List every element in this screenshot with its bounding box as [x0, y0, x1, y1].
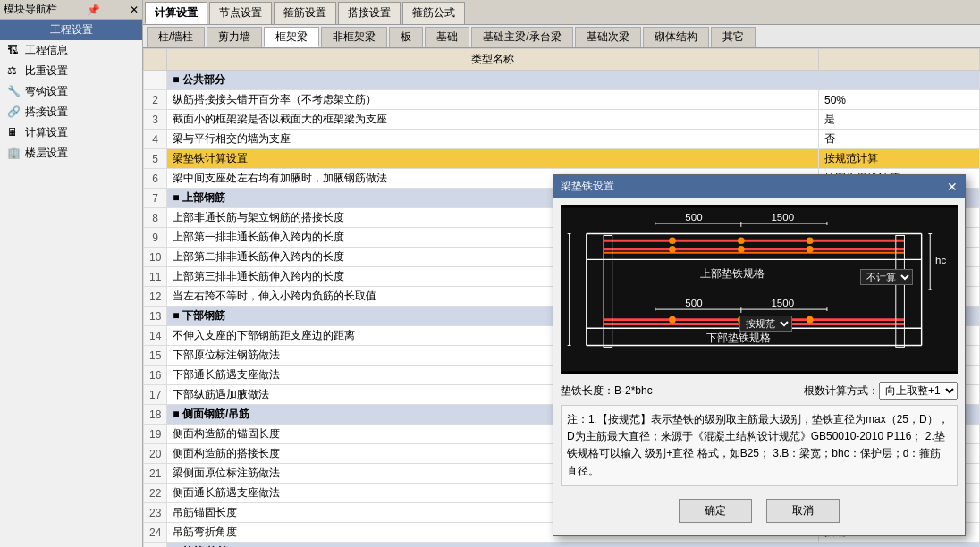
calc-method-label: 根数计算方式： — [804, 383, 879, 399]
svg-point-25 — [669, 316, 676, 324]
svg-point-24 — [807, 246, 814, 253]
tab-shear-wall[interactable]: 剪力墙 — [207, 27, 262, 47]
floor-icon: 🏢 — [7, 147, 21, 161]
tab-slab[interactable]: 板 — [389, 27, 423, 47]
sidebar-close-icon[interactable]: ✕ — [130, 4, 139, 16]
row-number — [144, 71, 167, 90]
row-number: 14 — [144, 326, 167, 346]
sidebar-item-hook[interactable]: 🔧 弯钩设置 — [0, 81, 142, 102]
sidebar-item-density[interactable]: ⚖ 比重设置 — [0, 61, 142, 81]
row-number: 11 — [144, 267, 167, 287]
row-label: 梁垫铁计算设置 — [167, 149, 819, 169]
row-number: 10 — [144, 248, 167, 267]
svg-point-21 — [807, 237, 814, 244]
svg-point-23 — [738, 246, 745, 253]
dialog-note: 注：1.【按规范】表示垫铁的级别取主筋最大级别，垫铁直径为max（25，D）， … — [561, 405, 958, 486]
row-number: 15 — [144, 346, 167, 366]
row-number: 16 — [144, 366, 167, 385]
weight-icon: ⚖ — [7, 64, 21, 79]
col-type-name: 类型名称 — [167, 49, 819, 71]
row-number: 5 — [144, 149, 167, 169]
sidebar-label-floor: 楼层设置 — [25, 146, 68, 161]
info-icon: 🏗 — [7, 44, 21, 58]
tab-stirrup-formula[interactable]: 箍筋公式 — [402, 2, 465, 24]
row-number: 7 — [144, 189, 167, 208]
row-number: 20 — [144, 444, 167, 464]
row-number: 6 — [144, 169, 167, 189]
beam-diagram: hc — [561, 205, 958, 374]
svg-text:下部垫铁规格: 下部垫铁规格 — [706, 332, 771, 343]
tab-stirrup-settings[interactable]: 箍筋设置 — [274, 2, 336, 24]
sidebar-header: 模块导航栏 📌 ✕ — [0, 0, 142, 20]
dialog-body: hc — [553, 198, 965, 535]
table-row[interactable]: 2纵筋搭接接头错开百分率（不考虑架立筋）50% — [144, 90, 980, 110]
tab-column-wall[interactable]: 柱/墙柱 — [147, 27, 205, 47]
row-number: 3 — [144, 110, 167, 130]
row-number: 8 — [144, 208, 167, 228]
row-value: 是 — [819, 110, 980, 130]
sidebar-header-label: 模块导航栏 — [4, 2, 57, 17]
sidebar-label-overlap: 搭接设置 — [25, 105, 68, 120]
table-row[interactable]: 4梁与平行相交的墙为支座否 — [144, 130, 980, 149]
svg-point-27 — [807, 316, 814, 324]
svg-rect-45 — [896, 235, 905, 347]
row-label: ■ 箍筋/拉筋 — [167, 543, 980, 548]
dialog-button-row: 确定 取消 — [561, 493, 958, 528]
sidebar-nav: 🏗 工程信息 ⚖ 比重设置 🔧 弯钩设置 🔗 搭接设置 🖩 计算设置 🏢 楼层设… — [0, 40, 142, 547]
sidebar: 模块导航栏 📌 ✕ 工程设置 🏗 工程信息 ⚖ 比重设置 🔧 弯钩设置 🔗 搭接… — [0, 0, 143, 547]
svg-rect-44 — [604, 235, 612, 347]
bottom-spec-select[interactable]: 按规范 不计算 — [739, 316, 792, 332]
calc-method-select[interactable]: 向上取整+1 向上取整 向下取整 — [879, 382, 958, 400]
sidebar-item-floor[interactable]: 🏢 楼层设置 — [0, 143, 142, 164]
row-value: 否 — [819, 130, 980, 149]
calc-icon: 🖩 — [7, 126, 21, 140]
table-row[interactable]: 5梁垫铁计算设置按规范计算 — [144, 149, 980, 169]
row-number: 13 — [144, 307, 167, 326]
row-number: 23 — [144, 503, 167, 523]
tab-foundation-secondary-beam[interactable]: 基础次梁 — [575, 27, 641, 47]
row-value: 按规范计算 — [819, 149, 980, 169]
row-number: 22 — [144, 484, 167, 503]
dialog-title: 梁垫铁设置 — [561, 179, 614, 194]
table-row: 25■ 箍筋/拉筋 — [144, 543, 980, 548]
tab-masonry[interactable]: 砌体结构 — [643, 27, 709, 47]
row-label: 梁与平行相交的墙为支座 — [167, 130, 819, 149]
row-value: 50% — [819, 90, 980, 110]
svg-text:hc: hc — [935, 255, 946, 265]
svg-point-19 — [669, 237, 676, 244]
tab-node-settings[interactable]: 节点设置 — [209, 2, 272, 24]
sidebar-label-hook: 弯钩设置 — [25, 84, 68, 99]
sidebar-label-density: 比重设置 — [25, 63, 68, 79]
row-number: 4 — [144, 130, 167, 149]
dialog-ok-button[interactable]: 确定 — [679, 499, 752, 523]
tab-overlap-settings[interactable]: 搭接设置 — [338, 2, 401, 24]
tab-other[interactable]: 其它 — [711, 27, 756, 47]
top-tab-bar: 计算设置 节点设置 箍筋设置 搭接设置 箍筋公式 — [143, 0, 980, 25]
svg-text:1500: 1500 — [771, 212, 794, 223]
hook-icon: 🔧 — [7, 85, 21, 99]
calc-row: 垫铁长度：B-2*bhc 根数计算方式： 向上取整+1 向上取整 向下取整 — [561, 382, 958, 400]
tab-calc-settings[interactable]: 计算设置 — [145, 2, 207, 24]
dialog-cancel-button[interactable]: 取消 — [766, 499, 840, 523]
svg-text:500: 500 — [685, 212, 702, 223]
svg-point-22 — [669, 246, 676, 253]
tab-frame-beam[interactable]: 框架梁 — [264, 27, 319, 47]
tab-foundation[interactable]: 基础 — [425, 27, 469, 47]
row-number: 17 — [144, 385, 167, 405]
table-row: ■ 公共部分 — [144, 71, 980, 90]
svg-text:上部垫铁规格: 上部垫铁规格 — [700, 267, 765, 279]
col-num — [144, 49, 167, 71]
svg-point-20 — [738, 237, 745, 244]
tab-foundation-main-beam[interactable]: 基础主梁/承台梁 — [471, 27, 572, 47]
table-row[interactable]: 3截面小的框架梁是否以截面大的框架梁为支座是 — [144, 110, 980, 130]
dialog-titlebar: 梁垫铁设置 ✕ — [553, 175, 965, 198]
sidebar-pin-icon[interactable]: 📌 — [87, 4, 100, 16]
sidebar-item-overlap[interactable]: 🔗 搭接设置 — [0, 102, 142, 122]
top-spec-select[interactable]: 不计算 按规范 — [860, 269, 913, 285]
sidebar-item-project-info[interactable]: 🏗 工程信息 — [0, 40, 142, 61]
dialog-close-button[interactable]: ✕ — [947, 180, 958, 194]
tab-non-frame-beam[interactable]: 非框架梁 — [321, 27, 387, 47]
sidebar-title: 工程设置 — [0, 20, 142, 40]
sidebar-item-calc[interactable]: 🖩 计算设置 — [0, 122, 142, 143]
calc-length-label: 垫铁长度：B-2*bhc — [561, 383, 804, 399]
